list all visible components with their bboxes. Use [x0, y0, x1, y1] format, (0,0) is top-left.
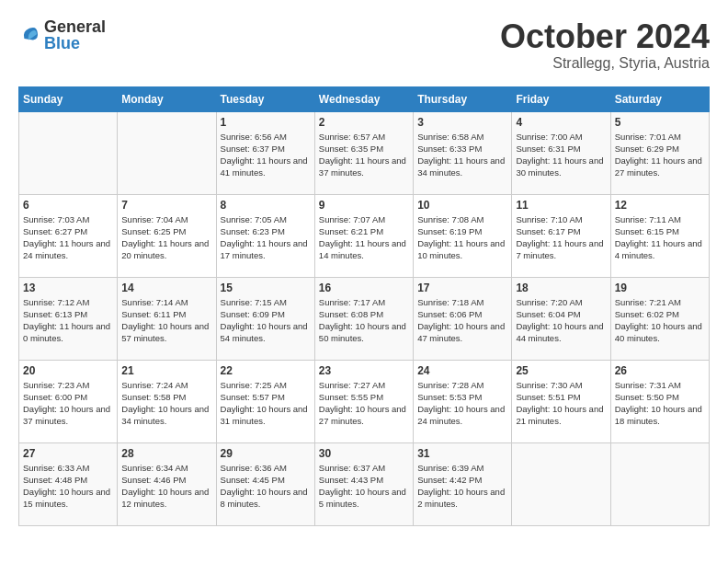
day-cell: 10Sunrise: 7:08 AM Sunset: 6:19 PM Dayli… [414, 194, 512, 277]
day-number: 12 [615, 199, 705, 212]
day-info: Sunrise: 7:20 AM Sunset: 6:04 PM Dayligh… [516, 296, 606, 345]
day-number: 1 [221, 116, 311, 129]
day-info: Sunrise: 7:05 AM Sunset: 6:23 PM Dayligh… [221, 213, 311, 262]
day-cell: 31Sunrise: 6:39 AM Sunset: 4:42 PM Dayli… [414, 442, 512, 525]
day-number: 30 [319, 447, 409, 460]
month-title: October 2024 [500, 18, 710, 55]
day-number: 19 [615, 282, 705, 294]
day-info: Sunrise: 7:27 AM Sunset: 5:55 PM Dayligh… [319, 379, 409, 428]
day-number: 13 [23, 282, 113, 294]
day-info: Sunrise: 7:23 AM Sunset: 6:00 PM Dayligh… [23, 379, 113, 428]
day-number: 27 [23, 447, 113, 460]
day-cell: 9Sunrise: 7:07 AM Sunset: 6:21 PM Daylig… [314, 194, 413, 277]
logo-text: General Blue [44, 18, 106, 52]
day-number: 5 [615, 116, 705, 129]
day-info: Sunrise: 6:58 AM Sunset: 6:33 PM Dayligh… [417, 131, 507, 179]
day-info: Sunrise: 7:21 AM Sunset: 6:02 PM Dayligh… [615, 296, 705, 345]
weekday-header-monday: Monday [118, 86, 216, 111]
day-number: 22 [221, 364, 311, 377]
day-cell: 14Sunrise: 7:14 AM Sunset: 6:11 PM Dayli… [118, 277, 216, 360]
day-cell: 15Sunrise: 7:15 AM Sunset: 6:09 PM Dayli… [216, 277, 314, 360]
title-block: October 2024 Strallegg, Styria, Austria [500, 18, 710, 72]
day-cell: 3Sunrise: 6:58 AM Sunset: 6:33 PM Daylig… [414, 111, 512, 194]
weekday-header-saturday: Saturday [610, 86, 709, 111]
day-cell: 19Sunrise: 7:21 AM Sunset: 6:02 PM Dayli… [610, 277, 709, 360]
day-number: 23 [319, 364, 409, 377]
day-number: 15 [221, 282, 311, 294]
day-cell [512, 442, 610, 525]
weekday-header-sunday: Sunday [19, 86, 118, 111]
page-header: General Blue October 2024 Strallegg, Sty… [18, 18, 710, 72]
day-cell: 4Sunrise: 7:00 AM Sunset: 6:31 PM Daylig… [512, 111, 610, 194]
day-info: Sunrise: 6:39 AM Sunset: 4:42 PM Dayligh… [417, 462, 507, 511]
day-cell: 22Sunrise: 7:25 AM Sunset: 5:57 PM Dayli… [216, 360, 314, 442]
day-cell [118, 111, 216, 194]
day-number: 18 [516, 282, 606, 294]
day-info: Sunrise: 7:00 AM Sunset: 6:31 PM Dayligh… [516, 131, 606, 179]
day-number: 31 [417, 447, 507, 460]
day-cell: 6Sunrise: 7:03 AM Sunset: 6:27 PM Daylig… [19, 194, 118, 277]
day-cell: 12Sunrise: 7:11 AM Sunset: 6:15 PM Dayli… [610, 194, 709, 277]
day-cell: 5Sunrise: 7:01 AM Sunset: 6:29 PM Daylig… [610, 111, 709, 194]
day-cell: 1Sunrise: 6:56 AM Sunset: 6:37 PM Daylig… [216, 111, 314, 194]
day-info: Sunrise: 7:17 AM Sunset: 6:08 PM Dayligh… [319, 296, 409, 345]
day-cell: 24Sunrise: 7:28 AM Sunset: 5:53 PM Dayli… [414, 360, 512, 442]
day-info: Sunrise: 7:07 AM Sunset: 6:21 PM Dayligh… [319, 213, 409, 262]
day-cell: 21Sunrise: 7:24 AM Sunset: 5:58 PM Dayli… [118, 360, 216, 442]
day-cell [19, 111, 118, 194]
day-info: Sunrise: 7:04 AM Sunset: 6:25 PM Dayligh… [121, 213, 211, 262]
day-number: 20 [23, 364, 113, 377]
weekday-row: SundayMondayTuesdayWednesdayThursdayFrid… [19, 86, 710, 111]
day-info: Sunrise: 7:03 AM Sunset: 6:27 PM Dayligh… [23, 213, 113, 262]
day-info: Sunrise: 7:11 AM Sunset: 6:15 PM Dayligh… [615, 213, 705, 262]
calendar-header: SundayMondayTuesdayWednesdayThursdayFrid… [19, 86, 710, 111]
calendar-table: SundayMondayTuesdayWednesdayThursdayFrid… [18, 86, 710, 526]
day-number: 28 [121, 447, 211, 460]
day-cell: 27Sunrise: 6:33 AM Sunset: 4:48 PM Dayli… [19, 442, 118, 525]
day-info: Sunrise: 7:15 AM Sunset: 6:09 PM Dayligh… [221, 296, 311, 345]
day-cell: 18Sunrise: 7:20 AM Sunset: 6:04 PM Dayli… [512, 277, 610, 360]
day-cell: 25Sunrise: 7:30 AM Sunset: 5:51 PM Dayli… [512, 360, 610, 442]
day-info: Sunrise: 7:18 AM Sunset: 6:06 PM Dayligh… [417, 296, 507, 345]
day-number: 26 [615, 364, 705, 377]
day-number: 9 [319, 199, 409, 212]
day-info: Sunrise: 7:10 AM Sunset: 6:17 PM Dayligh… [516, 213, 606, 262]
day-number: 8 [221, 199, 311, 212]
logo-icon [18, 24, 40, 46]
logo: General Blue [18, 18, 106, 52]
day-info: Sunrise: 6:37 AM Sunset: 4:43 PM Dayligh… [319, 462, 409, 511]
weekday-header-friday: Friday [512, 86, 610, 111]
day-cell: 30Sunrise: 6:37 AM Sunset: 4:43 PM Dayli… [314, 442, 413, 525]
day-number: 11 [516, 199, 606, 212]
day-number: 25 [516, 364, 606, 377]
day-info: Sunrise: 7:28 AM Sunset: 5:53 PM Dayligh… [417, 379, 507, 428]
day-info: Sunrise: 7:01 AM Sunset: 6:29 PM Dayligh… [615, 131, 705, 179]
day-info: Sunrise: 7:31 AM Sunset: 5:50 PM Dayligh… [615, 379, 705, 428]
weekday-header-thursday: Thursday [414, 86, 512, 111]
week-row-3: 13Sunrise: 7:12 AM Sunset: 6:13 PM Dayli… [19, 277, 710, 360]
week-row-5: 27Sunrise: 6:33 AM Sunset: 4:48 PM Dayli… [19, 442, 710, 525]
day-info: Sunrise: 6:34 AM Sunset: 4:46 PM Dayligh… [121, 462, 211, 511]
day-cell: 7Sunrise: 7:04 AM Sunset: 6:25 PM Daylig… [118, 194, 216, 277]
day-number: 7 [121, 199, 211, 212]
weekday-header-wednesday: Wednesday [314, 86, 413, 111]
day-number: 6 [23, 199, 113, 212]
week-row-1: 1Sunrise: 6:56 AM Sunset: 6:37 PM Daylig… [19, 111, 710, 194]
day-number: 4 [516, 116, 606, 129]
logo-line1: General [44, 18, 106, 35]
day-info: Sunrise: 7:25 AM Sunset: 5:57 PM Dayligh… [221, 379, 311, 428]
day-info: Sunrise: 6:57 AM Sunset: 6:35 PM Dayligh… [319, 131, 409, 179]
day-number: 24 [417, 364, 507, 377]
day-number: 14 [121, 282, 211, 294]
day-cell: 26Sunrise: 7:31 AM Sunset: 5:50 PM Dayli… [610, 360, 709, 442]
day-info: Sunrise: 7:24 AM Sunset: 5:58 PM Dayligh… [121, 379, 211, 428]
day-cell: 28Sunrise: 6:34 AM Sunset: 4:46 PM Dayli… [118, 442, 216, 525]
day-number: 2 [319, 116, 409, 129]
week-row-4: 20Sunrise: 7:23 AM Sunset: 6:00 PM Dayli… [19, 360, 710, 442]
day-number: 29 [221, 447, 311, 460]
day-number: 21 [121, 364, 211, 377]
day-info: Sunrise: 6:33 AM Sunset: 4:48 PM Dayligh… [23, 462, 113, 511]
location-subtitle: Strallegg, Styria, Austria [500, 55, 710, 72]
day-info: Sunrise: 7:30 AM Sunset: 5:51 PM Dayligh… [516, 379, 606, 428]
calendar-body: 1Sunrise: 6:56 AM Sunset: 6:37 PM Daylig… [19, 111, 710, 525]
